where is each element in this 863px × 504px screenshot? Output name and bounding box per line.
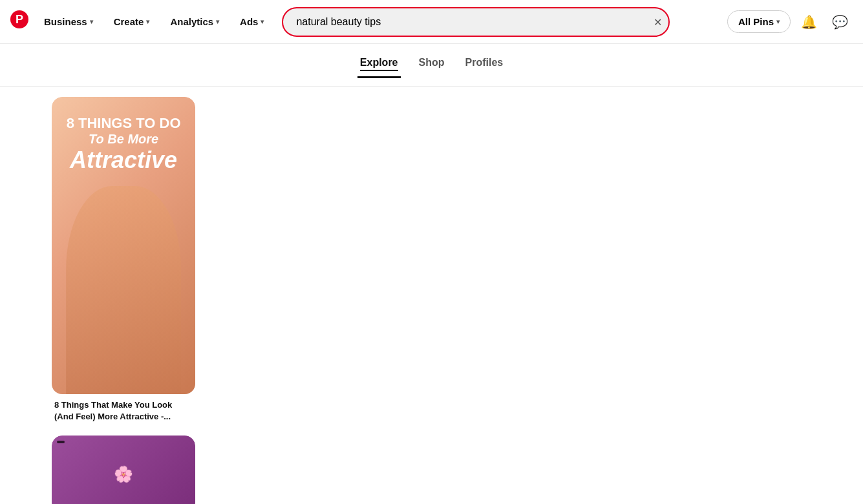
pin-attractive-line3: Attractive: [57, 147, 190, 174]
chat-icon: 💬: [832, 14, 848, 30]
all-pins-filter[interactable]: All Pins ▾: [727, 10, 791, 33]
pin-herbs[interactable]: 🌸 My TOP 10 shaving tips that saved life…: [52, 436, 195, 504]
header-right: All Pins ▾ 🔔 💬: [727, 9, 853, 35]
bell-icon: 🔔: [801, 14, 817, 30]
header: P Business ▾ Create ▾ Analytics ▾ Ads ▾ …: [0, 0, 863, 44]
search-bar: ✕: [282, 7, 670, 37]
svg-text:P: P: [16, 13, 23, 26]
nav-analytics-label: Analytics: [170, 16, 213, 27]
pin-attractive-line2: To Be More: [57, 132, 190, 147]
search-tabs: Explore Shop Profiles: [0, 44, 863, 87]
nav-ads[interactable]: Ads ▾: [232, 11, 272, 32]
tab-profiles[interactable]: Profiles: [463, 52, 506, 78]
clear-icon[interactable]: ✕: [654, 16, 662, 28]
tab-shop[interactable]: Shop: [416, 52, 447, 78]
nav-create-label: Create: [114, 16, 144, 27]
nav-ads-label: Ads: [240, 16, 258, 27]
pin-attractive-title: 8 Things That Make You Look (And Feel) M…: [52, 394, 195, 425]
pin-attractive-line1: 8 THINGS TO DO: [57, 115, 190, 132]
search-input[interactable]: [282, 7, 670, 37]
notifications-button[interactable]: 🔔: [796, 9, 822, 35]
chevron-down-icon: ▾: [90, 18, 93, 25]
nav-business[interactable]: Business ▾: [36, 11, 101, 32]
chevron-down-icon: ▾: [216, 18, 219, 25]
chevron-down-icon: ▾: [261, 18, 264, 25]
chevron-down-icon: ▾: [776, 18, 780, 25]
nav-business-label: Business: [44, 16, 87, 27]
nav-create[interactable]: Create ▾: [106, 11, 158, 32]
nav-analytics[interactable]: Analytics ▾: [162, 11, 227, 32]
video-duration-herbs: [57, 441, 65, 443]
chevron-down-icon: ▾: [146, 18, 149, 25]
filter-label: All Pins: [738, 16, 774, 27]
tab-explore[interactable]: Explore: [357, 52, 401, 78]
pins-grid: 8 THINGS TO DO To Be More Attractive 8 T…: [0, 87, 863, 504]
pin-attractive[interactable]: 8 THINGS TO DO To Be More Attractive 8 T…: [52, 97, 195, 425]
messages-button[interactable]: 💬: [827, 9, 853, 35]
pinterest-logo[interactable]: P: [10, 10, 28, 33]
